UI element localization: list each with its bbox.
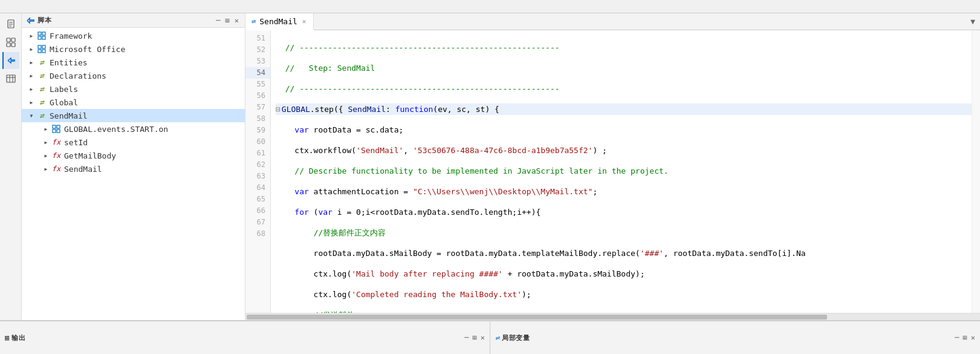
output-dock-icon[interactable]: ⊞ — [473, 333, 477, 342]
svg-rect-4 — [7, 38, 10, 42]
h-scrollbar[interactable] — [245, 313, 980, 320]
sidebar-tree: Framework Microsoft Office ⇌ Entities ⇌ … — [22, 28, 245, 320]
svg-rect-6 — [7, 43, 10, 47]
svg-rect-20 — [53, 125, 56, 128]
sendmail-tab[interactable]: ⇌ SendMail ✕ — [245, 13, 314, 30]
locals-pin-icon[interactable]: ─ — [955, 333, 959, 342]
ln-52: 52 — [245, 44, 270, 56]
svg-rect-14 — [38, 36, 41, 39]
svg-rect-15 — [42, 36, 45, 39]
setid-label: setId — [64, 138, 88, 147]
expand-sendmail-func[interactable] — [41, 164, 51, 174]
global-events-icon — [51, 124, 62, 134]
expand-microsoft-office[interactable] — [27, 44, 36, 54]
output-panel-icon: ▦ — [5, 333, 9, 342]
tree-item-global-events[interactable]: GLOBAL.events.START.on — [36, 122, 245, 136]
svg-rect-12 — [38, 32, 41, 35]
global-icon: ⇌ — [36, 97, 47, 107]
ln-59: 59 — [245, 125, 270, 136]
ln-60: 60 — [245, 136, 270, 148]
nodes-icon-btn[interactable] — [2, 34, 19, 51]
setid-icon: fx — [51, 137, 62, 147]
ln-66: 66 — [245, 205, 270, 217]
global-label: Global — [50, 98, 78, 107]
locals-close-icon[interactable]: ✕ — [971, 333, 975, 342]
expand-declarations[interactable] — [27, 71, 36, 80]
toolbar — [0, 0, 980, 13]
tree-item-sendmail-func[interactable]: fx SendMail — [36, 162, 245, 175]
svg-rect-13 — [42, 32, 45, 35]
locals-dock-icon[interactable]: ⊞ — [963, 333, 967, 342]
entities-icon: ⇌ — [36, 57, 47, 67]
code-area: ⇌ SendMail ✕ ▼ 51 52 53 54 55 56 57 58 5… — [245, 13, 980, 320]
locals-panel-header: ⇌ 局部变量 ─ ⊞ ✕ — [490, 331, 980, 345]
ln-57: 57 — [245, 102, 270, 113]
svg-rect-16 — [38, 45, 41, 48]
framework-label: Framework — [50, 31, 92, 41]
tree-item-entities[interactable]: ⇌ Entities — [22, 56, 245, 69]
sendmail-func-icon: fx — [51, 164, 62, 174]
output-panel-title: 输出 — [11, 333, 462, 343]
svg-rect-17 — [42, 45, 45, 48]
sendmail-children: GLOBAL.events.START.on fx setId fx GetMa… — [22, 122, 245, 175]
output-panel-header: ▦ 输出 ─ ⊞ ✕ — [0, 331, 490, 345]
dock-icon[interactable]: ⊞ — [224, 16, 231, 25]
tree-item-setid[interactable]: fx setId — [36, 136, 245, 149]
file-icon-btn[interactable] — [2, 16, 19, 33]
locals-panel-icon: ⇌ — [495, 333, 499, 342]
tab-label: SendMail — [259, 17, 297, 26]
sidebar: 脚本 ─ ⊞ ✕ Framework Micro — [22, 13, 245, 320]
tab-dropdown[interactable]: ▼ — [965, 13, 980, 30]
svg-rect-18 — [38, 50, 41, 53]
tree-item-sendmail[interactable]: ⇌ SendMail — [22, 109, 245, 122]
h-scrollbar-thumb[interactable] — [247, 315, 827, 320]
global-events-label: GLOBAL.events.START.on — [64, 125, 168, 134]
code-line-60: //替换邮件正文内容 — [276, 227, 972, 238]
labels-label: Labels — [50, 85, 78, 94]
sendmail-label: SendMail — [50, 111, 88, 120]
getmailbody-icon: fx — [51, 151, 62, 160]
declarations-label: Declarations — [50, 71, 106, 80]
sendmail-func-label: SendMail — [64, 165, 102, 174]
table-icon-btn[interactable] — [2, 70, 19, 87]
declarations-icon: ⇌ — [36, 71, 47, 80]
tree-item-declarations[interactable]: ⇌ Declarations — [22, 69, 245, 82]
expand-labels[interactable] — [27, 84, 36, 94]
code-line-53: // -------------------------------------… — [276, 83, 972, 94]
output-close-icon[interactable]: ✕ — [481, 333, 485, 342]
code-editor[interactable]: 51 52 53 54 55 56 57 58 59 60 61 62 63 6… — [245, 30, 980, 313]
expand-framework[interactable] — [27, 31, 36, 41]
pin-icon[interactable]: ─ — [215, 16, 221, 25]
code-line-54: ⊟GLOBAL.step({ SendMail: function(ev, sc… — [276, 103, 972, 115]
code-content[interactable]: // -------------------------------------… — [271, 30, 972, 313]
expand-getmailbody[interactable] — [41, 151, 51, 160]
tree-item-microsoft-office[interactable]: Microsoft Office — [22, 42, 245, 56]
expand-global-events[interactable] — [41, 124, 51, 134]
ln-63: 63 — [245, 171, 270, 182]
tree-item-global[interactable]: ⇌ Global — [22, 96, 245, 109]
output-pin-icon[interactable]: ─ — [464, 333, 469, 342]
tree-item-labels[interactable]: ⇌ Labels — [22, 82, 245, 96]
sidebar-actions: ─ ⊞ ✕ — [215, 16, 240, 25]
output-panel: ▦ 输出 ─ ⊞ ✕ — [0, 321, 490, 354]
expand-global[interactable] — [27, 97, 36, 107]
expand-setid[interactable] — [41, 137, 51, 147]
code-line-55: var rootData = sc.data; — [276, 124, 972, 136]
tree-item-getmailbody[interactable]: fx GetMailBody — [36, 149, 245, 162]
dropdown-arrow: ▼ — [970, 17, 975, 26]
svg-rect-22 — [53, 129, 56, 133]
code-line-61: rootData.myData.sMailBody = rootData.myD… — [276, 247, 972, 259]
close-sidebar-icon[interactable]: ✕ — [233, 16, 240, 25]
entities-label: Entities — [50, 58, 88, 67]
svg-rect-19 — [42, 50, 45, 53]
ln-55: 55 — [245, 79, 270, 90]
tree-item-framework[interactable]: Framework — [22, 29, 245, 42]
ln-64: 64 — [245, 182, 270, 194]
tab-close-icon[interactable]: ✕ — [301, 18, 308, 25]
expand-entities[interactable] — [27, 57, 36, 67]
code-line-52: // Step: SendMail — [276, 62, 972, 74]
flow-icon-btn[interactable] — [2, 52, 19, 69]
svg-rect-21 — [57, 125, 60, 128]
expand-sendmail[interactable] — [27, 111, 36, 120]
ln-51: 51 — [245, 33, 270, 44]
